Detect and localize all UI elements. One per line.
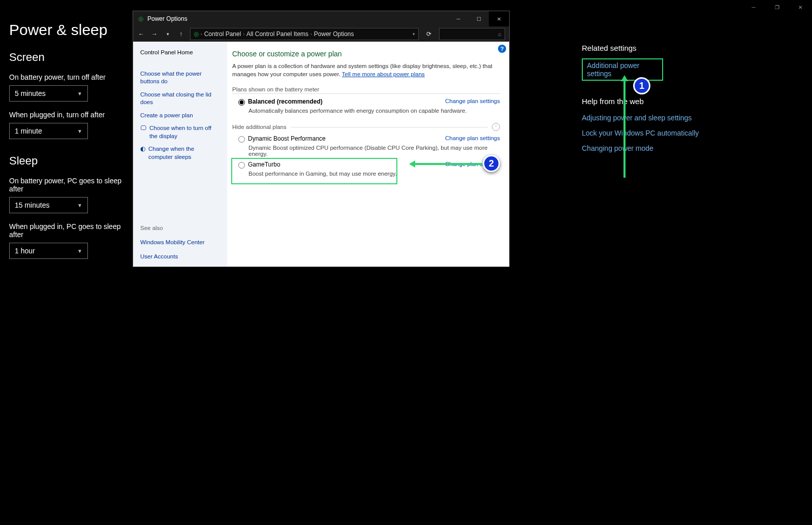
chevron-down-icon: ▼: [77, 203, 82, 208]
maximize-button[interactable]: ❐: [765, 0, 789, 14]
help-icon[interactable]: ?: [498, 45, 506, 53]
plans-shown-label: Plans shown on the battery meter: [232, 86, 500, 92]
outer-window-controls: ─ ❐ ✕: [742, 0, 812, 14]
related-settings-panel: Related settings Additional power settin…: [582, 44, 704, 159]
change-sleep-link[interactable]: ◐Change when the computer sleeps: [140, 145, 220, 161]
breadcrumb[interactable]: ◎ › Control Panel › All Control Panel It…: [190, 28, 419, 40]
up-one-level-button[interactable]: ↑: [177, 30, 185, 38]
page-title: Power & sleep: [9, 21, 126, 39]
sleep-battery-select[interactable]: 15 minutes ▼: [9, 197, 88, 213]
window-maximize-button[interactable]: ☐: [469, 11, 489, 26]
main-heading: Choose or customize a power plan: [232, 50, 500, 58]
sleep-plugged-select[interactable]: 1 hour ▼: [9, 243, 88, 259]
screen-plugged-select[interactable]: 1 minute ▼: [9, 123, 88, 139]
crumb-power-options[interactable]: Power Options: [314, 30, 354, 38]
help-web-heading: Help from the web: [582, 97, 704, 106]
main-content: ? Choose or customize a power plan A pow…: [227, 42, 509, 267]
power-icon: ◎: [194, 30, 199, 38]
window-minimize-button[interactable]: ─: [448, 11, 469, 26]
search-icon: ⌕: [498, 30, 502, 38]
plan-dynamic-boost-desc: Dynamic Boost optimized CPU performance …: [238, 143, 500, 157]
back-button[interactable]: ←: [137, 30, 145, 38]
annotation-highlight-box: [231, 158, 397, 184]
change-plan-settings-link[interactable]: Change plan settings: [445, 161, 500, 167]
screen-battery-label: On battery power, turn off after: [9, 73, 126, 81]
turn-off-display-link[interactable]: 🖵Choose when to turn off the display: [140, 124, 220, 140]
plan-dynamic-boost: Dynamic Boost Performance Change plan se…: [232, 135, 500, 157]
web-link-adjusting[interactable]: Adjusting power and sleep settings: [582, 114, 704, 122]
see-also-heading: See also: [140, 225, 220, 231]
tell-me-more-link[interactable]: Tell me more about power plans: [342, 71, 425, 77]
collapse-plans-button[interactable]: ˄: [492, 123, 500, 131]
minimize-button[interactable]: ─: [742, 0, 765, 14]
window-title: Power Options: [147, 15, 188, 22]
left-nav: Control Panel Home Choose what the power…: [133, 42, 227, 267]
choose-power-buttons-link[interactable]: Choose what the power buttons do: [140, 70, 220, 86]
sleep-heading: Sleep: [9, 154, 126, 168]
chevron-right-icon: ›: [243, 32, 244, 37]
moon-icon: ◐: [140, 145, 145, 161]
plan-gameturbo: GameTurbo Change plan settings Boost per…: [232, 161, 500, 177]
battery-icon: ◎: [138, 15, 143, 22]
window-close-button[interactable]: ✕: [489, 11, 509, 26]
chevron-right-icon: ›: [201, 32, 202, 37]
screen-battery-value: 5 minutes: [15, 89, 46, 97]
plan-balanced-radio[interactable]: [238, 99, 245, 106]
screen-heading: Screen: [9, 51, 126, 64]
monitor-icon: 🖵: [140, 124, 146, 140]
search-box[interactable]: ⌕: [439, 28, 505, 40]
power-options-window: ◎ Power Options ─ ☐ ✕ ← → ▾ ↑ ◎ › Contro…: [133, 11, 509, 267]
plan-dynamic-boost-name: Dynamic Boost Performance: [248, 135, 326, 142]
chevron-down-icon: ▼: [77, 248, 82, 254]
sleep-battery-value: 15 minutes: [15, 201, 49, 209]
screen-battery-select[interactable]: 5 minutes ▼: [9, 85, 88, 102]
recent-dropdown[interactable]: ▾: [164, 31, 172, 37]
create-power-plan-link[interactable]: Create a power plan: [140, 112, 220, 120]
sleep-battery-label: On battery power, PC goes to sleep after: [9, 177, 126, 193]
chevron-down-icon: ▼: [77, 128, 82, 134]
change-plan-settings-link[interactable]: Change plan settings: [445, 135, 500, 141]
screen-plugged-label: When plugged in, turn off after: [9, 111, 126, 119]
plan-balanced-name: Balanced (recommended): [248, 98, 323, 105]
additional-power-settings-highlight: Additional power settings: [582, 58, 663, 81]
close-button[interactable]: ✕: [789, 0, 812, 14]
plan-balanced: Balanced (recommended) Change plan setti…: [232, 98, 500, 114]
sleep-plugged-label: When plugged in, PC goes to sleep after: [9, 222, 126, 239]
chevron-right-icon: ›: [310, 32, 312, 37]
change-plan-settings-link[interactable]: Change plan settings: [445, 98, 500, 104]
breadcrumb-dropdown-icon[interactable]: ▾: [413, 31, 415, 37]
additional-power-settings-link[interactable]: Additional power settings: [587, 61, 658, 78]
forward-button[interactable]: →: [150, 30, 159, 38]
main-description: A power plan is a collection of hardware…: [232, 62, 500, 78]
mobility-center-link[interactable]: Windows Mobility Center: [140, 239, 220, 245]
navigation-bar: ← → ▾ ↑ ◎ › Control Panel › All Control …: [133, 26, 509, 42]
web-link-power-mode[interactable]: Changing power mode: [582, 144, 704, 152]
sleep-plugged-value: 1 hour: [15, 247, 35, 255]
user-accounts-link[interactable]: User Accounts: [140, 253, 220, 259]
related-heading: Related settings: [582, 44, 704, 52]
window-titlebar[interactable]: ◎ Power Options ─ ☐ ✕: [133, 11, 509, 26]
choose-lid-link[interactable]: Choose what closing the lid does: [140, 91, 220, 107]
control-panel-home-link[interactable]: Control Panel Home: [140, 49, 220, 57]
settings-panel: Power & sleep Screen On battery power, t…: [9, 21, 126, 259]
web-link-lock-pc[interactable]: Lock your Windows PC automatically: [582, 129, 704, 137]
chevron-down-icon: ▼: [77, 91, 82, 96]
plan-balanced-desc: Automatically balances performance with …: [238, 106, 500, 114]
screen-plugged-value: 1 minute: [15, 127, 42, 135]
plan-dynamic-boost-radio[interactable]: [238, 136, 245, 143]
hide-additional-plans-label: Hide additional plans: [232, 124, 287, 130]
crumb-control-panel[interactable]: Control Panel: [204, 30, 241, 38]
crumb-all-items[interactable]: All Control Panel Items: [246, 30, 308, 38]
refresh-button[interactable]: ⟳: [424, 30, 434, 38]
